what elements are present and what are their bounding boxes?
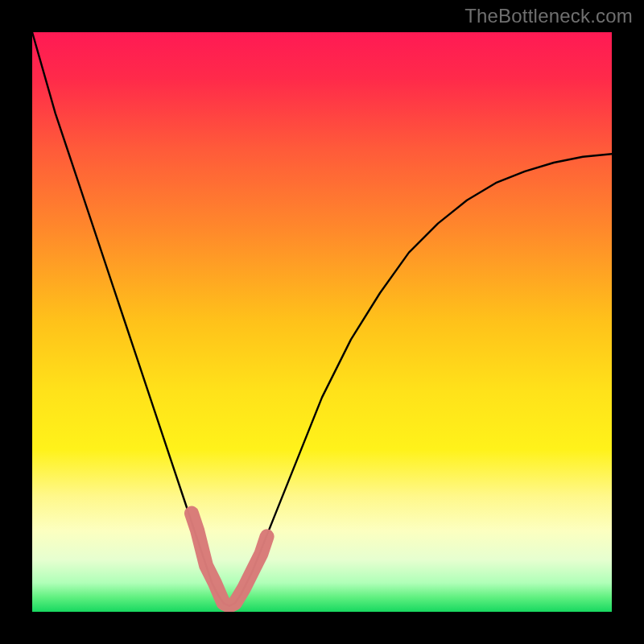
chart-svg [32,32,612,612]
chart-frame: TheBottleneck.com [0,0,644,644]
watermark-text: TheBottleneck.com [464,5,633,27]
plot-area [32,32,612,612]
gradient-background [32,32,612,612]
